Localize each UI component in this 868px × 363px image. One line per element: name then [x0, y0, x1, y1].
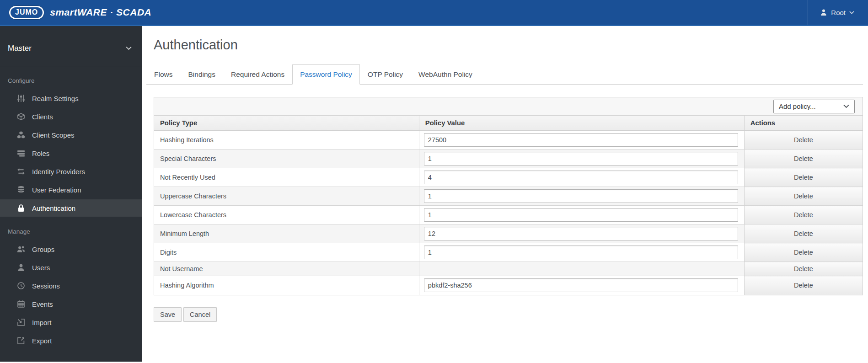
column-header-actions: Actions: [744, 116, 863, 131]
realm-name: Master: [8, 44, 32, 53]
policy-type-label: Lowercase Characters: [154, 206, 419, 224]
brand-area: JUMO smartWARE · SCADA: [0, 6, 151, 19]
main-content: Authentication FlowsBindingsRequired Act…: [142, 26, 868, 362]
policy-row-not-username: Not UsernameDelete: [154, 262, 863, 276]
sidebar-item-export[interactable]: Export: [0, 331, 142, 350]
sidebar-item-events[interactable]: Events: [0, 295, 142, 313]
policy-value-cell: [419, 243, 744, 262]
list-icon: [17, 149, 25, 157]
tab-otp-policy[interactable]: OTP Policy: [360, 64, 411, 85]
user-icon: [17, 263, 25, 272]
tab-flows[interactable]: Flows: [146, 64, 180, 85]
sidebar-item-realm-settings[interactable]: Realm Settings: [0, 89, 142, 107]
policy-value-input-not-recently-used[interactable]: [424, 171, 738, 184]
policy-type-label: Minimum Length: [154, 224, 419, 243]
policy-table-panel: Add policy... Policy TypePolicy ValueAct…: [154, 97, 863, 295]
cancel-button[interactable]: Cancel: [183, 307, 217, 322]
policy-value-cell: [419, 149, 744, 168]
policy-value-input-special-characters[interactable]: [424, 152, 738, 165]
policy-value-input-digits[interactable]: [424, 246, 738, 259]
delete-button-minimum-length[interactable]: Delete: [744, 224, 863, 243]
clock-icon: [17, 282, 25, 290]
policy-type-label: Not Recently Used: [154, 168, 419, 187]
policy-row-hashing-algorithm: Hashing AlgorithmDelete: [154, 276, 863, 295]
sidebar-item-label: Realm Settings: [32, 95, 79, 102]
sidebar-item-roles[interactable]: Roles: [0, 144, 142, 162]
users-icon: [17, 245, 25, 253]
policy-value-cell: [419, 131, 744, 149]
delete-button-not-recently-used[interactable]: Delete: [744, 168, 863, 187]
policy-value-input-hashing-iterations[interactable]: [424, 133, 738, 147]
chevron-down-icon: [843, 103, 849, 109]
delete-button-digits[interactable]: Delete: [744, 243, 863, 262]
lock-icon: [17, 204, 25, 212]
tab-password-policy[interactable]: Password Policy: [292, 64, 360, 85]
policy-value-input-lowercase-characters[interactable]: [424, 208, 738, 222]
top-header: JUMO smartWARE · SCADA Root: [0, 0, 868, 26]
page-title: Authentication: [154, 36, 863, 54]
sidebar-item-groups[interactable]: Groups: [0, 240, 142, 258]
sidebar-item-clients[interactable]: Clients: [0, 107, 142, 126]
delete-button-not-username[interactable]: Delete: [744, 262, 863, 276]
sidebar-item-label: Identity Providers: [32, 168, 85, 176]
policy-type-label: Hashing Algorithm: [154, 276, 419, 295]
sidebar: Master ConfigureRealm SettingsClientsCli…: [0, 26, 142, 362]
sidebar-item-authentication[interactable]: Authentication: [0, 199, 142, 217]
brand-title: smartWARE · SCADA: [50, 7, 151, 18]
add-policy-select-value: Add policy...: [779, 102, 816, 110]
calendar-icon: [17, 300, 25, 308]
delete-button-lowercase-characters[interactable]: Delete: [744, 206, 863, 224]
policy-row-lowercase-characters: Lowercase CharactersDelete: [154, 206, 863, 224]
policy-row-not-recently-used: Not Recently UsedDelete: [154, 168, 863, 187]
policy-value-cell: [419, 168, 744, 187]
policy-value-cell: [419, 224, 744, 243]
tab-bar: FlowsBindingsRequired ActionsPassword Po…: [146, 64, 863, 85]
policy-type-label: Hashing Iterations: [154, 131, 419, 149]
sidebar-item-users[interactable]: Users: [0, 258, 142, 277]
tab-webauthn-policy[interactable]: WebAuthn Policy: [411, 64, 480, 85]
policy-value-input-minimum-length[interactable]: [424, 227, 738, 240]
policy-row-special-characters: Special CharactersDelete: [154, 149, 863, 168]
sidebar-item-import[interactable]: Import: [0, 313, 142, 331]
policy-value-input-hashing-algorithm[interactable]: [424, 278, 738, 292]
policy-type-label: Special Characters: [154, 149, 419, 168]
import-icon: [17, 318, 25, 326]
cube-icon: [17, 112, 25, 121]
sliders-icon: [17, 94, 25, 102]
policy-row-uppercase-characters: Uppercase CharactersDelete: [154, 187, 863, 206]
sidebar-item-client-scopes[interactable]: Client Scopes: [0, 126, 142, 144]
sidebar-item-label: Authentication: [32, 204, 75, 212]
policy-row-hashing-iterations: Hashing IterationsDelete: [154, 131, 863, 149]
table-toolbar: Add policy...: [154, 97, 863, 116]
chevron-down-icon: [126, 45, 132, 51]
sidebar-item-identity-providers[interactable]: Identity Providers: [0, 162, 142, 181]
user-icon: [820, 9, 827, 16]
sidebar-section-label: Configure: [0, 66, 142, 89]
tab-bindings[interactable]: Bindings: [180, 64, 223, 85]
user-menu[interactable]: Root: [808, 0, 868, 25]
policy-value-input-uppercase-characters[interactable]: [424, 189, 738, 203]
delete-button-special-characters[interactable]: Delete: [744, 149, 863, 168]
export-icon: [17, 336, 25, 345]
policy-value-cell: [419, 276, 744, 295]
policy-value-cell: [419, 206, 744, 224]
delete-button-hashing-algorithm[interactable]: Delete: [744, 276, 863, 295]
user-name: Root: [831, 9, 846, 16]
sidebar-item-label: Events: [32, 300, 53, 308]
password-policy-table: Policy TypePolicy ValueActions Hashing I…: [154, 116, 863, 295]
tab-required-actions[interactable]: Required Actions: [223, 64, 292, 85]
delete-button-uppercase-characters[interactable]: Delete: [744, 187, 863, 206]
sidebar-item-user-federation[interactable]: User Federation: [0, 181, 142, 199]
realm-selector[interactable]: Master: [0, 26, 142, 66]
sidebar-section-label: Manage: [0, 217, 142, 240]
save-button[interactable]: Save: [154, 307, 182, 322]
jumo-logo: JUMO: [9, 6, 44, 19]
database-icon: [17, 186, 25, 194]
chevron-down-icon: [849, 10, 854, 15]
policy-value-cell: [419, 187, 744, 206]
sidebar-item-label: Import: [32, 319, 52, 326]
sidebar-item-label: Users: [32, 264, 50, 272]
delete-button-hashing-iterations[interactable]: Delete: [744, 131, 863, 149]
add-policy-select[interactable]: Add policy...: [773, 100, 855, 113]
sidebar-item-sessions[interactable]: Sessions: [0, 277, 142, 295]
